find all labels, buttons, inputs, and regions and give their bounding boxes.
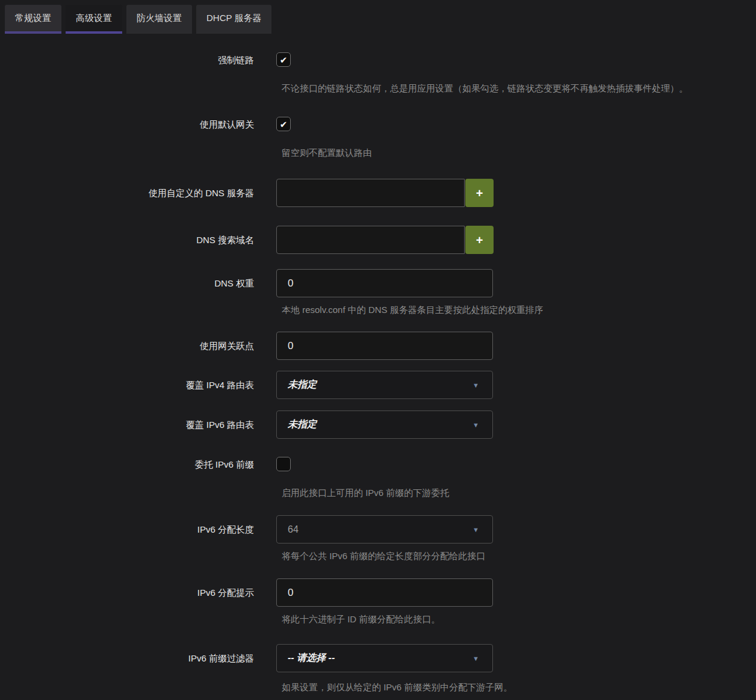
checkmark-icon: ✔ (280, 120, 288, 129)
tab-firewall-settings[interactable]: 防火墙设置 (126, 5, 192, 34)
field-label: IPv6 前缀过滤器 (0, 652, 254, 664)
ipv4-routing-table-select[interactable]: 未指定 ▼ (276, 371, 493, 399)
select-value: 未指定 (288, 418, 317, 431)
field-label: IPv6 分配提示 (0, 586, 254, 599)
ipv6-assignment-length-select[interactable]: 64 ▼ (276, 515, 493, 544)
field-dns-weight: DNS 权重 本地 resolv.conf 中的 DNS 服务器条目主要按此处指… (0, 269, 756, 316)
chevron-down-icon: ▼ (472, 381, 479, 388)
select-value: 64 (288, 524, 299, 535)
field-label: IPv6 分配长度 (0, 523, 254, 536)
field-label: 委托 IPv6 前缀 (0, 458, 254, 471)
field-gateway-metric: 使用网关跃点 (0, 332, 756, 360)
field-use-default-gateway: 使用默认网关 ✔ 留空则不配置默认路由 (0, 117, 756, 159)
chevron-down-icon: ▼ (472, 421, 479, 428)
field-label: DNS 权重 (0, 277, 254, 290)
field-custom-dns-servers: 使用自定义的 DNS 服务器 + (0, 179, 756, 207)
field-label: 使用网关跃点 (0, 339, 254, 352)
tab-dhcp-server[interactable]: DHCP 服务器 (196, 5, 271, 34)
field-description: 如果设置，则仅从给定的 IPv6 前缀类别中分配下游子网。 (276, 681, 756, 693)
field-description: 不论接口的链路状态如何，总是用应用设置（如果勾选，链路状态变更将不再触发热插拔事… (276, 82, 756, 94)
field-label: 覆盖 IPv6 路由表 (0, 418, 254, 431)
tab-general-settings[interactable]: 常规设置 (5, 5, 61, 34)
settings-tab-bar: 常规设置 高级设置 防火墙设置 DHCP 服务器 (0, 0, 756, 34)
gateway-metric-input[interactable] (276, 332, 493, 360)
force-link-checkbox[interactable]: ✔ (276, 52, 291, 67)
default-gateway-checkbox[interactable]: ✔ (276, 117, 291, 131)
field-ipv6-assignment-length: IPv6 分配长度 64 ▼ 将每个公共 IPv6 前缀的给定长度部分分配给此接… (0, 515, 756, 562)
field-ipv6-assignment-hint: IPv6 分配提示 将此十六进制子 ID 前缀分配给此接口。 (0, 578, 756, 625)
field-label: 使用默认网关 (0, 118, 254, 131)
field-label: 强制链路 (0, 54, 254, 66)
field-description: 本地 resolv.conf 中的 DNS 服务器条目主要按此处指定的权重排序 (276, 304, 756, 316)
chevron-down-icon: ▼ (472, 654, 479, 661)
field-label: 使用自定义的 DNS 服务器 (0, 187, 254, 199)
field-label: DNS 搜索域名 (0, 234, 254, 246)
select-value: 未指定 (288, 379, 317, 391)
delegate-ipv6-prefix-checkbox[interactable]: ✔ (276, 457, 291, 471)
add-dns-server-button[interactable]: + (465, 179, 494, 207)
select-value: -- 请选择 -- (288, 652, 335, 664)
custom-dns-input[interactable] (276, 179, 465, 207)
field-override-ipv4-table: 覆盖 IPv4 路由表 未指定 ▼ (0, 371, 756, 399)
chevron-down-icon: ▼ (472, 525, 479, 533)
dns-weight-input[interactable] (276, 269, 493, 297)
checkmark-icon: ✔ (280, 55, 288, 64)
ipv6-assignment-hint-input[interactable] (276, 578, 493, 607)
field-ipv6-prefix-filter: IPv6 前缀过滤器 -- 请选择 -- ▼ 如果设置，则仅从给定的 IPv6 … (0, 644, 756, 693)
field-label: 覆盖 IPv4 路由表 (0, 379, 254, 391)
field-override-ipv6-table: 覆盖 IPv6 路由表 未指定 ▼ (0, 410, 756, 439)
field-description: 留空则不配置默认路由 (276, 147, 756, 159)
ipv6-routing-table-select[interactable]: 未指定 ▼ (276, 410, 493, 439)
tab-advanced-settings[interactable]: 高级设置 (66, 5, 122, 34)
ipv6-prefix-filter-select[interactable]: -- 请选择 -- ▼ (276, 644, 493, 672)
dns-search-domain-input[interactable] (276, 226, 465, 254)
field-description: 启用此接口上可用的 IPv6 前缀的下游委托 (276, 487, 756, 499)
field-delegate-ipv6-prefix: 委托 IPv6 前缀 ✔ 启用此接口上可用的 IPv6 前缀的下游委托 (0, 457, 756, 499)
field-force-link: 强制链路 ✔ 不论接口的链路状态如何，总是用应用设置（如果勾选，链路状态变更将不… (0, 52, 756, 94)
field-description: 将每个公共 IPv6 前缀的给定长度部分分配给此接口 (276, 550, 756, 562)
field-description: 将此十六进制子 ID 前缀分配给此接口。 (276, 613, 756, 625)
field-dns-search-domains: DNS 搜索域名 + (0, 226, 756, 254)
interface-advanced-settings-form: 强制链路 ✔ 不论接口的链路状态如何，总是用应用设置（如果勾选，链路状态变更将不… (0, 52, 756, 693)
add-search-domain-button[interactable]: + (465, 226, 494, 254)
